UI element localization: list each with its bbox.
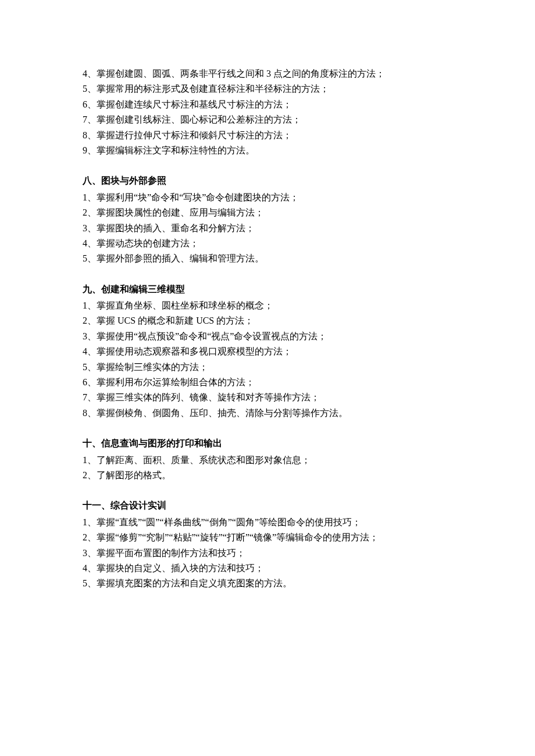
section-ten: 十、信息查询与图形的打印和输出 1、了解距离、面积、质量、系统状态和图形对象信息… — [83, 436, 454, 483]
list-item: 1、了解距离、面积、质量、系统状态和图形对象信息； — [83, 453, 454, 468]
list-item: 9、掌握编辑标注文字和标注特性的方法。 — [83, 143, 454, 158]
list-item: 5、掌握常用的标注形式及创建直径标注和半径标注的方法； — [83, 81, 454, 96]
list-item: 8、掌握倒棱角、倒圆角、压印、抽壳、清除与分割等操作方法。 — [83, 406, 454, 421]
list-item: 1、掌握利用“块”命令和“写块”命令创建图块的方法； — [83, 190, 454, 205]
list-item: 1、掌握直角坐标、圆柱坐标和球坐标的概念； — [83, 298, 454, 313]
section-heading: 八、图块与外部参照 — [83, 173, 454, 188]
list-item: 3、掌握平面布置图的制作方法和技巧； — [83, 546, 454, 561]
list-item: 4、掌握块的自定义、插入块的方法和技巧； — [83, 561, 454, 576]
list-item: 7、掌握创建引线标注、圆心标记和公差标注的方法； — [83, 112, 454, 127]
list-item: 4、掌握创建圆、圆弧、两条非平行线之间和 3 点之间的角度标注的方法； — [83, 66, 454, 81]
section-nine: 九、创建和编辑三维模型 1、掌握直角坐标、圆柱坐标和球坐标的概念； 2、掌握 U… — [83, 282, 454, 421]
list-item: 2、了解图形的格式。 — [83, 468, 454, 483]
section-heading: 十、信息查询与图形的打印和输出 — [83, 436, 454, 451]
list-item: 7、掌握三维实体的阵列、镜像、旋转和对齐等操作方法； — [83, 390, 454, 405]
section-eleven: 十一、综合设计实训 1、掌握“直线”“圆”“样条曲线”“倒角”“圆角”等绘图命令… — [83, 498, 454, 591]
list-item: 5、掌握绘制三维实体的方法； — [83, 360, 454, 375]
section-eight: 八、图块与外部参照 1、掌握利用“块”命令和“写块”命令创建图块的方法； 2、掌… — [83, 173, 454, 266]
list-item: 3、掌握图块的插入、重命名和分解方法； — [83, 221, 454, 236]
list-item: 4、掌握动态块的创建方法； — [83, 236, 454, 251]
section-heading: 九、创建和编辑三维模型 — [83, 282, 454, 297]
list-item: 2、掌握“修剪”“究制”“粘贴”“旋转”“打断”“镜像”等编辑命令的使用方法； — [83, 530, 454, 545]
list-item: 5、掌握填充图案的方法和自定义填充图案的方法。 — [83, 576, 454, 591]
list-item: 4、掌握使用动态观察器和多视口观察模型的方法； — [83, 344, 454, 359]
list-item: 6、掌握创建连续尺寸标注和基线尺寸标注的方法； — [83, 97, 454, 112]
document-page: 4、掌握创建圆、圆弧、两条非平行线之间和 3 点之间的角度标注的方法； 5、掌握… — [0, 0, 535, 756]
list-item: 1、掌握“直线”“圆”“样条曲线”“倒角”“圆角”等绘图命令的使用技巧； — [83, 515, 454, 530]
list-item: 3、掌握使用“视点预设”命令和“视点”命令设置视点的方法； — [83, 329, 454, 344]
list-item: 8、掌握进行拉伸尺寸标注和倾斜尺寸标注的方法； — [83, 128, 454, 143]
list-item: 2、掌握 UCS 的概念和新建 UCS 的方法； — [83, 313, 454, 328]
section-heading: 十一、综合设计实训 — [83, 498, 454, 513]
list-item: 2、掌握图块属性的创建、应用与编辑方法； — [83, 205, 454, 220]
list-item: 6、掌握利用布尔运算绘制组合体的方法； — [83, 375, 454, 390]
section-continuation: 4、掌握创建圆、圆弧、两条非平行线之间和 3 点之间的角度标注的方法； 5、掌握… — [83, 66, 454, 158]
list-item: 5、掌握外部参照的插入、编辑和管理方法。 — [83, 251, 454, 266]
